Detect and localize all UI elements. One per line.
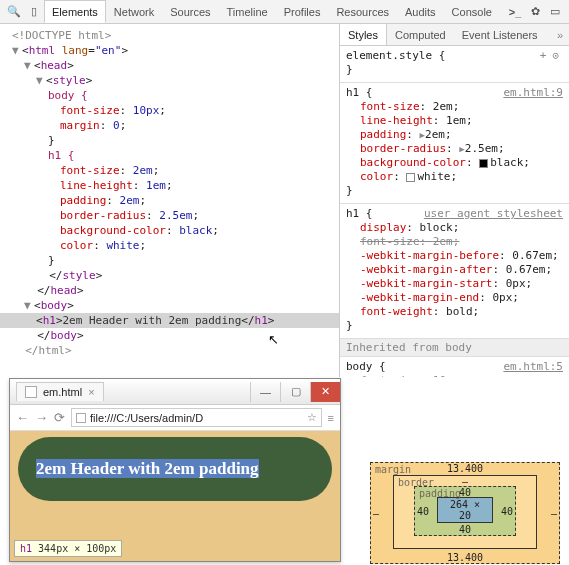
maximize-button[interactable]: ▢ — [280, 382, 310, 402]
styles-tab-computed[interactable]: Computed — [387, 24, 454, 45]
tab-network[interactable]: Network — [106, 0, 162, 23]
menu-icon[interactable]: ≡ — [328, 412, 334, 424]
window-close-button[interactable]: ✕ — [310, 382, 340, 402]
panel-tabs: Elements Network Sources Timeline Profil… — [44, 0, 500, 23]
html-open[interactable]: ▼<html lang="en"> — [0, 43, 339, 58]
file-icon — [25, 386, 37, 398]
doctype: <!DOCTYPE html> — [0, 28, 339, 43]
rendered-h1[interactable]: 2em Header with 2em padding — [18, 437, 332, 501]
tab-close-icon[interactable]: × — [88, 386, 94, 398]
dock-icon[interactable]: ▭ — [547, 4, 563, 20]
tab-sources[interactable]: Sources — [162, 0, 218, 23]
console-drawer-icon[interactable]: >_ — [507, 4, 523, 20]
styles-tab-listeners[interactable]: Event Listeners — [454, 24, 546, 45]
tab-profiles[interactable]: Profiles — [276, 0, 329, 23]
browser-window: em.html × — ▢ ✕ ← → ⟳ file:///C:/Users/a… — [9, 378, 341, 562]
element-tooltip: h1 344px × 100px — [14, 540, 122, 557]
tab-elements[interactable]: Elements — [44, 0, 106, 23]
back-button[interactable]: ← — [16, 410, 29, 425]
toggle-state-icon[interactable]: ⊙ — [552, 49, 559, 63]
style-open[interactable]: ▼<style> — [0, 73, 339, 88]
styles-tab-more-icon[interactable]: » — [551, 24, 569, 45]
box-model[interactable]: margin 13.400 13.400 – – border – paddin… — [370, 462, 560, 558]
styles-rules[interactable]: element.style { +⊙ } h1 {em.html:9 font-… — [340, 46, 569, 377]
rule-body-inherited[interactable]: body {em.html:5 font-size: 10px; margin:… — [340, 357, 569, 377]
body-close: </body> — [0, 328, 339, 343]
minimize-button[interactable]: — — [250, 382, 280, 402]
head-open[interactable]: ▼<head> — [0, 58, 339, 73]
tab-audits[interactable]: Audits — [397, 0, 444, 23]
browser-tab[interactable]: em.html × — [16, 382, 104, 401]
h1-element-selected[interactable]: <h1>2em Header with 2em padding</h1> — [0, 313, 339, 328]
source-link[interactable]: em.html:5 — [503, 360, 563, 374]
settings-icon[interactable]: ✿ — [527, 4, 543, 20]
tab-title: em.html — [43, 386, 82, 398]
devtools-toolbar: 🔍 ▯ Elements Network Sources Timeline Pr… — [0, 0, 569, 24]
url-input[interactable]: file:///C:/Users/admin/D ☆ — [71, 408, 322, 427]
rule-h1-ua[interactable]: h1 {user agent stylesheet display: block… — [340, 204, 569, 339]
rule-element-style[interactable]: element.style { +⊙ } — [340, 46, 569, 83]
tab-resources[interactable]: Resources — [328, 0, 397, 23]
tab-timeline[interactable]: Timeline — [219, 0, 276, 23]
bookmark-icon[interactable]: ☆ — [307, 411, 317, 424]
main-split: <!DOCTYPE html> ▼<html lang="en"> ▼<head… — [0, 24, 569, 377]
styles-tab-styles[interactable]: Styles — [340, 24, 387, 45]
browser-titlebar[interactable]: em.html × — ▢ ✕ — [10, 379, 340, 405]
body-open[interactable]: ▼<body> — [0, 298, 339, 313]
browser-addressbar: ← → ⟳ file:///C:/Users/admin/D ☆ ≡ — [10, 405, 340, 431]
styles-pane: Styles Computed Event Listeners » elemen… — [340, 24, 569, 377]
reload-button[interactable]: ⟳ — [54, 410, 65, 425]
head-close: </head> — [0, 283, 339, 298]
box-model-content: 264 × 20 — [437, 497, 493, 523]
elements-tree[interactable]: <!DOCTYPE html> ▼<html lang="en"> ▼<head… — [0, 24, 340, 377]
forward-button[interactable]: → — [35, 410, 48, 425]
rule-h1-author[interactable]: h1 {em.html:9 font-size: 2em; line-heigh… — [340, 83, 569, 204]
style-close: </style> — [0, 268, 339, 283]
inherited-header: Inherited from body — [340, 339, 569, 357]
html-close: </html> — [0, 343, 339, 358]
browser-viewport: 2em Header with 2em padding h1 344px × 1… — [10, 431, 340, 561]
new-rule-icon[interactable]: + — [540, 49, 547, 63]
source-link[interactable]: em.html:9 — [503, 86, 563, 100]
tab-console[interactable]: Console — [444, 0, 500, 23]
search-icon[interactable]: 🔍 — [6, 4, 22, 20]
device-icon[interactable]: ▯ — [26, 4, 42, 20]
page-icon — [76, 413, 86, 423]
styles-tabs: Styles Computed Event Listeners » — [340, 24, 569, 46]
